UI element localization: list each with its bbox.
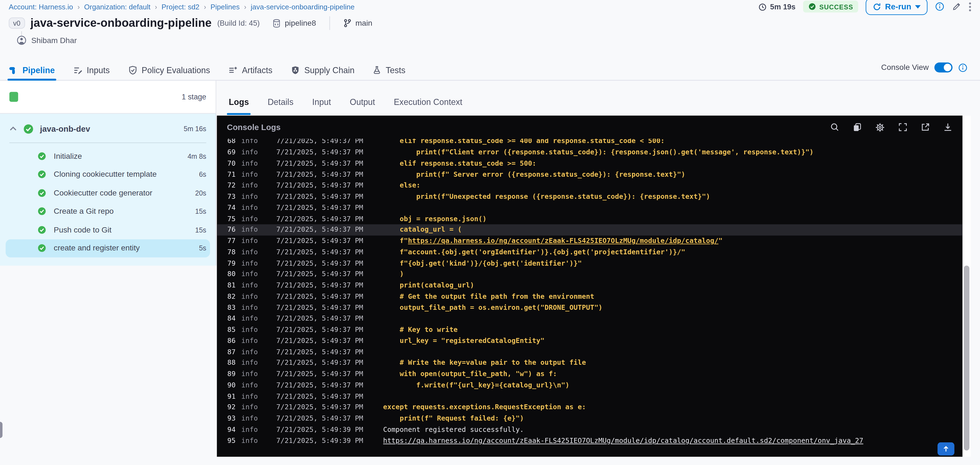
gear-icon[interactable] [875,122,885,132]
tab-inputs[interactable]: Inputs [73,60,110,80]
console-view-toggle[interactable] [934,62,953,72]
log-level: info [241,215,260,223]
step-initialize[interactable]: Initialize 4m 8s [0,147,216,165]
line-number: 86 [222,336,235,344]
step-create-a-git-repo[interactable]: Create a Git repo 15s [0,202,216,221]
log-level: info [241,292,260,300]
shield-check-icon [128,65,137,75]
pipeline-ref-chip[interactable]: pipeline8 [272,19,316,28]
branch-chip[interactable]: main [343,19,372,28]
breadcrumb: Account: Harness.io › Organization: defa… [9,3,355,10]
step-create-and-register-entity[interactable]: create and register entity 5s [6,239,210,258]
inputs-icon [73,65,82,75]
line-number: 72 [222,181,235,189]
harness-pipeline-execution-page: Account: Harness.io › Organization: defa… [0,0,980,465]
line-number: 89 [222,370,235,378]
chevron-up-icon[interactable] [10,126,17,131]
log-timestamp: 7/21/2025, 5:49:37 PM [276,159,364,167]
stage-count-row: 1 stage [0,81,216,114]
log-line: 83info7/21/2025, 5:49:37 PM output_file_… [217,302,963,313]
console-log-lines: 68info7/21/2025, 5:49:37 PM elif respons… [217,139,963,457]
log-timestamp: 7/21/2025, 5:49:37 PM [276,203,364,211]
tab-tests[interactable]: Tests [372,60,406,80]
log-timestamp: 7/21/2025, 5:49:37 PM [276,170,364,178]
line-number: 76 [222,226,235,234]
log-message: f.write(f"{url_key}={catalog_url}\n") [383,381,569,389]
log-timestamp: 7/21/2025, 5:49:37 PM [276,215,364,223]
tab-details[interactable]: Details [268,97,293,107]
log-level: info [241,259,260,267]
log-line: 91info7/21/2025, 5:49:37 PM [217,391,963,402]
info-icon[interactable] [935,2,944,11]
log-timestamp: 7/21/2025, 5:49:39 PM [276,425,364,433]
log-link[interactable]: https://qa.harness.io/ng/account/zEaak-F… [383,436,863,444]
log-line: 71info7/21/2025, 5:49:37 PM print(f" Ser… [217,169,963,180]
download-icon[interactable] [943,122,953,132]
console-logs-header: Console Logs [217,116,963,139]
line-number: 92 [222,403,235,411]
breadcrumb-account[interactable]: Account: Harness.io [9,3,73,10]
line-number: 79 [222,259,235,267]
more-options-kebab-icon[interactable] [969,2,971,12]
log-timestamp: 7/21/2025, 5:49:37 PM [276,370,364,378]
breadcrumb-organization[interactable]: Organization: default [84,3,151,10]
log-message: else: [383,181,420,189]
tab-output[interactable]: Output [350,97,375,107]
log-message: url_key = "registeredCatalogEntity" [383,336,544,344]
log-line: 94info7/21/2025, 5:49:39 PMComponent reg… [217,424,963,435]
log-message: f"https://qa.harness.io/ng/account/zEaak… [383,237,722,245]
stage-minimap-square [10,92,18,102]
log-link[interactable]: https://qa.harness.io/ng/account/zEaak-F… [408,237,718,245]
step-push-code-to-git[interactable]: Push code to Git 15s [0,221,216,239]
left-panel-drag-handle[interactable] [0,422,3,438]
search-icon[interactable] [830,122,839,132]
step-cookiecutter-code-generator[interactable]: Cookiecutter code generator 20s [0,184,216,202]
log-message: elif response.status_code >= 500: [383,159,536,167]
log-line: 84info7/21/2025, 5:49:37 PM [217,313,963,324]
log-level: info [241,314,260,322]
log-timestamp: 7/21/2025, 5:49:37 PM [276,270,364,278]
log-message: # Get the output file path from the envi… [383,292,594,300]
tab-logs[interactable]: Logs [229,97,249,107]
tab-policy-evaluations[interactable]: Policy Evaluations [128,60,210,80]
log-scrollbar-thumb[interactable] [964,266,969,451]
log-timestamp: 7/21/2025, 5:49:37 PM [276,281,364,289]
tab-supply-chain[interactable]: Supply Chain [291,60,355,80]
step-cloning-cookiecutter-template[interactable]: Cloning cookiecutter template 6s [0,165,216,184]
line-number: 77 [222,237,235,245]
log-line: 85info7/21/2025, 5:49:37 PM # Key to wri… [217,324,963,335]
log-timestamp: 7/21/2025, 5:49:37 PM [276,381,364,389]
log-line: 74info7/21/2025, 5:49:37 PM [217,202,963,213]
copy-icon[interactable] [853,122,862,132]
scroll-to-top-button[interactable] [937,442,954,455]
log-line: 80info7/21/2025, 5:49:37 PM ) [217,269,963,280]
stage-header[interactable]: java-onb-dev 5m 16s [0,119,216,138]
log-level: info [241,325,260,333]
git-branch-icon [343,19,352,28]
breadcrumb-pipelines[interactable]: Pipelines [210,3,240,10]
log-timestamp: 7/21/2025, 5:49:37 PM [276,403,364,411]
tab-execution-context[interactable]: Execution Context [394,97,462,107]
log-timestamp: 7/21/2025, 5:49:37 PM [276,292,364,300]
console-view-info-icon[interactable] [958,63,967,72]
fullscreen-icon[interactable] [898,122,908,132]
open-in-new-icon[interactable] [921,122,930,132]
supply-chain-shield-icon [291,65,300,75]
rerun-button[interactable]: Re-run [865,0,928,15]
arrow-up-icon [942,445,950,453]
tab-input[interactable]: Input [312,97,331,107]
repository-icon [272,19,281,28]
breadcrumb-project[interactable]: Project: sd2 [162,3,199,10]
log-message: f"{obj.get('kind')}/{obj.get('identifier… [383,259,582,267]
log-line: 72info7/21/2025, 5:49:37 PM else: [217,180,963,191]
breadcrumb-pipeline-name[interactable]: java-service-onboarding-pipeline [251,3,355,10]
divider [10,143,206,143]
log-level: info [241,370,260,378]
tab-pipeline[interactable]: Pipeline [9,60,55,80]
step-success-icon [38,225,46,234]
log-level: info [241,392,260,400]
edit-pencil-icon[interactable] [952,2,961,11]
status-badge: SUCCESS [803,0,858,13]
clock-icon [758,2,767,11]
tab-artifacts[interactable]: Artifacts [228,60,272,80]
